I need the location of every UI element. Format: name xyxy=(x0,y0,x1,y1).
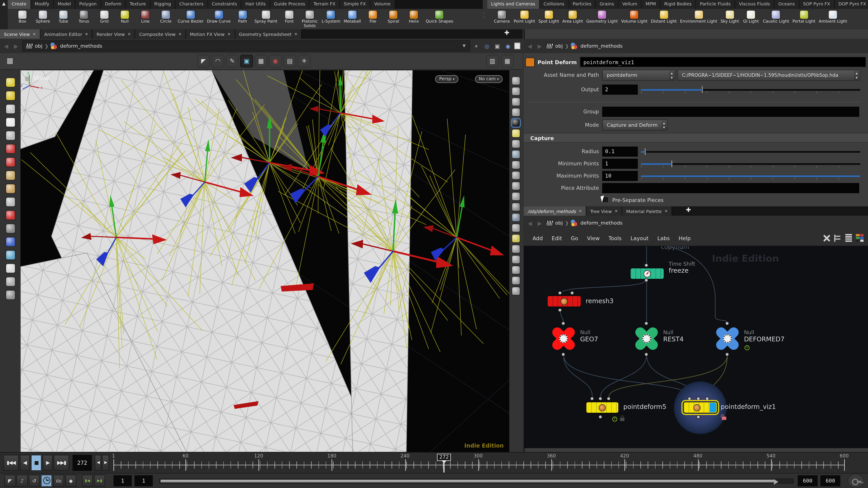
camera-badge[interactable]: No cam ▾ xyxy=(475,75,503,83)
frame-ruler[interactable]: 160120180240300360420480540600272 xyxy=(114,453,844,474)
select-tool-icon[interactable] xyxy=(6,118,15,127)
pane-tab[interactable]: Tree View ✕ xyxy=(586,206,622,216)
mode-dropdown[interactable]: Capture and Deform▲▼ xyxy=(602,120,668,131)
network-column-icon[interactable] xyxy=(845,234,852,242)
shelf-tab[interactable]: Rigid Bodies xyxy=(660,0,696,9)
material-sphere-icon[interactable] xyxy=(512,214,520,221)
shelf-tab[interactable]: Lights and Cameras xyxy=(487,0,539,9)
global-range-start-field[interactable]: 1 xyxy=(114,475,132,486)
path-dropdown-caret-icon[interactable]: ▼ xyxy=(461,43,467,48)
display-flag[interactable] xyxy=(710,403,716,412)
keyframe-options-icon[interactable]: ◆ xyxy=(65,475,76,487)
selection-mode-button[interactable]: ✎ xyxy=(226,55,239,67)
shelf-tool[interactable]: Area Light xyxy=(561,10,585,24)
shelf-tab[interactable]: SOP Pyro FX xyxy=(799,0,835,9)
max-points-field[interactable]: 10 xyxy=(602,171,638,181)
node-input-dot[interactable] xyxy=(570,291,574,295)
new-pane-tab-button[interactable]: ✚ xyxy=(683,206,694,214)
shelf-tool[interactable]: Caustic Light xyxy=(761,10,791,24)
breadcrumb-root[interactable]: obj xyxy=(555,220,563,226)
selection-mode-button[interactable]: ▣ xyxy=(240,55,253,67)
pane-maximize-button[interactable] xyxy=(514,43,520,49)
new-pane-tab-button[interactable]: ✚ xyxy=(501,29,513,37)
shelf-tool[interactable]: Platonic Solids xyxy=(300,10,320,28)
spin-arrows-icon[interactable]: ▲▼ xyxy=(669,71,674,79)
play-button[interactable]: ▶ xyxy=(43,455,53,471)
shelf-collapse-button[interactable]: ▲ xyxy=(0,0,8,29)
selection-mode-button[interactable]: ▦ xyxy=(255,55,268,67)
shelf-tool[interactable]: Ambient Light xyxy=(817,10,849,24)
node-pointdeform5-label[interactable]: pointdeform5 xyxy=(623,403,666,411)
selection-mode-button[interactable]: ◉ xyxy=(269,55,282,67)
node-input-dot[interactable] xyxy=(590,397,594,400)
shelf-tool[interactable]: Spiral xyxy=(383,10,404,24)
node-input-dot[interactable] xyxy=(598,397,602,400)
camera-lock-icon[interactable] xyxy=(512,256,520,263)
audio-options-icon[interactable]: ♪ xyxy=(17,475,28,487)
lock-badge-icon[interactable] xyxy=(620,418,625,421)
shelf-tab[interactable]: Terrain FX xyxy=(310,0,340,9)
paint-layout-tool-icon[interactable] xyxy=(6,78,15,87)
max-points-slider[interactable] xyxy=(641,170,860,182)
playback-range-end-field[interactable]: 600 xyxy=(798,475,817,486)
screen-window-icon[interactable] xyxy=(6,277,15,286)
pose-tool-icon[interactable] xyxy=(6,184,15,193)
min-points-slider[interactable] xyxy=(641,158,860,169)
globe-tool-icon[interactable] xyxy=(6,251,15,259)
shelf-tool[interactable]: Quick Shapes xyxy=(424,10,455,24)
shelf-tool[interactable]: L-System xyxy=(320,10,342,24)
node-deformed7-label[interactable]: NullDEFORMED7 xyxy=(744,329,784,343)
spin-arrows-icon[interactable]: ▲▼ xyxy=(662,121,666,129)
node-input-dot[interactable] xyxy=(607,397,611,400)
shelf-tool[interactable]: Sphere xyxy=(33,10,53,24)
selection-mode-button[interactable]: ◠ xyxy=(212,55,224,67)
node-pointdeform-viz1[interactable] xyxy=(683,402,717,413)
shelf-tab[interactable]: Oceans xyxy=(774,0,799,9)
shelf-tool[interactable]: File xyxy=(363,10,383,24)
pane-tab[interactable]: /obj/deform_methods ✕ xyxy=(524,206,586,216)
output-slider[interactable] xyxy=(641,84,860,95)
shelf-tool[interactable]: Camera xyxy=(492,10,512,24)
shelf-tab[interactable]: Grains xyxy=(596,0,618,9)
node-freeze[interactable] xyxy=(630,268,664,279)
node-remesh3-label[interactable]: remesh3 xyxy=(586,297,614,305)
pane-tab[interactable]: Render View ✕ xyxy=(93,29,135,39)
node-geo7[interactable] xyxy=(550,325,577,352)
shelf-tab[interactable]: Constraints xyxy=(208,0,242,9)
shelf-divider-handle[interactable]: ∷∷ xyxy=(482,9,487,29)
shelf-tool[interactable]: Font xyxy=(279,10,300,24)
tab-close-icon[interactable]: ✕ xyxy=(85,32,88,36)
shelf-tool[interactable]: Distant Light xyxy=(649,10,678,24)
menu-tools[interactable]: Tools xyxy=(604,235,626,241)
shelf-tool[interactable]: Point Light xyxy=(512,10,537,24)
menu-go[interactable]: Go xyxy=(566,235,583,241)
nav-forward-icon[interactable]: ▶ xyxy=(536,220,544,226)
node-rest4[interactable] xyxy=(633,325,660,352)
node-input-dot[interactable] xyxy=(688,397,691,400)
next-keyframe-button[interactable]: ▶ xyxy=(102,455,109,471)
node-freeze-label[interactable]: Time Shift freeze xyxy=(669,260,695,274)
node-pointdeform-viz1-label[interactable]: pointdeform_viz1 xyxy=(721,403,776,411)
shelf-tool[interactable]: Metaball xyxy=(342,10,363,24)
shelf-tab[interactable]: Polygon xyxy=(75,0,101,9)
shelf-tool[interactable]: Torus xyxy=(74,10,94,24)
shelf-tab[interactable]: Vellum xyxy=(618,0,642,9)
tab-close-icon[interactable]: ✕ xyxy=(579,209,582,213)
clapper-icon[interactable] xyxy=(512,276,520,284)
viewport-option-button[interactable]: ▥ xyxy=(486,55,499,67)
translate-tool-icon[interactable] xyxy=(6,144,15,153)
viewport-option-button[interactable]: ▦ xyxy=(501,55,514,67)
asset-path-dropdown[interactable]: C:/PROGRA~1/SIDEEF~1/HOUDIN~1.595/houdin… xyxy=(678,70,860,81)
tab-close-icon[interactable]: ✕ xyxy=(615,209,618,213)
pane-tab[interactable]: Material Palette ✕ xyxy=(622,206,672,216)
teapot-tool-icon[interactable] xyxy=(6,264,15,273)
tab-close-icon[interactable]: ✕ xyxy=(178,32,182,36)
floating-pane-icon[interactable]: ▣ xyxy=(493,42,502,50)
node-geo7-label[interactable]: NullGEO7 xyxy=(580,329,598,343)
crosshair-icon[interactable] xyxy=(512,108,520,116)
set-key-button[interactable] xyxy=(847,474,864,488)
pane-layout-icon[interactable] xyxy=(512,88,520,95)
shelf-tab[interactable]: Hair Utils xyxy=(241,0,270,9)
playhead-frame-tag[interactable]: 272 xyxy=(437,454,451,461)
shelf-tool[interactable]: Circle xyxy=(156,10,176,24)
